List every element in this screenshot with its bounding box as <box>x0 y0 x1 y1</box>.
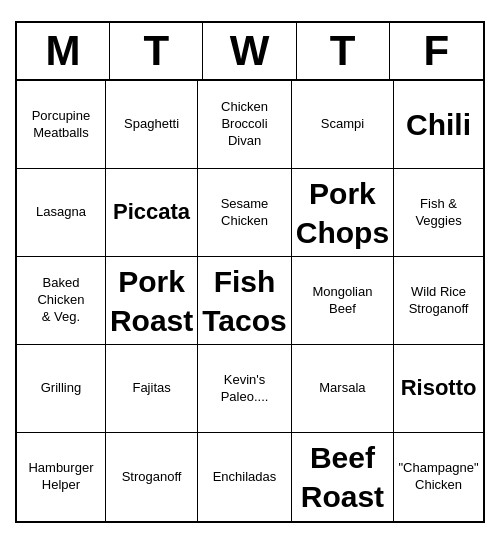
cell-text-r4-c3: BeefRoast <box>301 438 384 516</box>
cell-text-r2-c3: MongolianBeef <box>312 284 372 318</box>
header-F-4: F <box>390 23 483 79</box>
cell-text-r4-c2: Enchiladas <box>213 469 277 486</box>
header-T-1: T <box>110 23 203 79</box>
bingo-card: MTWTF PorcupineMeatballsSpaghettiChicken… <box>15 21 485 523</box>
cell-r0-c0: PorcupineMeatballs <box>17 81 106 169</box>
cell-r3-c2: Kevin'sPaleo.... <box>198 345 291 433</box>
cell-text-r1-c0: Lasagna <box>36 204 86 221</box>
cell-r0-c3: Scampi <box>292 81 394 169</box>
cell-text-r4-c1: Stroganoff <box>122 469 182 486</box>
header-W-2: W <box>203 23 296 79</box>
cell-r2-c0: BakedChicken& Veg. <box>17 257 106 345</box>
cell-text-r1-c3: PorkChops <box>296 174 389 252</box>
cell-text-r0-c2: ChickenBroccoliDivan <box>221 99 268 150</box>
cell-r4-c1: Stroganoff <box>106 433 198 521</box>
cell-text-r2-c4: Wild RiceStroganoff <box>409 284 469 318</box>
cell-text-r3-c4: Risotto <box>401 374 477 403</box>
cell-r1-c4: Fish &Veggies <box>394 169 483 257</box>
grid: PorcupineMeatballsSpaghettiChickenBrocco… <box>17 81 483 521</box>
header-M-0: M <box>17 23 110 79</box>
cell-text-r0-c1: Spaghetti <box>124 116 179 133</box>
cell-text-r0-c3: Scampi <box>321 116 364 133</box>
cell-r3-c3: Marsala <box>292 345 394 433</box>
cell-r2-c2: FishTacos <box>198 257 291 345</box>
cell-r4-c2: Enchiladas <box>198 433 291 521</box>
cell-text-r3-c2: Kevin'sPaleo.... <box>221 372 269 406</box>
cell-r4-c0: HamburgerHelper <box>17 433 106 521</box>
header-row: MTWTF <box>17 23 483 81</box>
cell-r3-c0: Grilling <box>17 345 106 433</box>
cell-text-r4-c0: HamburgerHelper <box>28 460 93 494</box>
cell-r3-c4: Risotto <box>394 345 483 433</box>
cell-r2-c1: PorkRoast <box>106 257 198 345</box>
cell-text-r2-c2: FishTacos <box>202 262 286 340</box>
cell-r1-c1: Piccata <box>106 169 198 257</box>
cell-text-r1-c4: Fish &Veggies <box>415 196 461 230</box>
cell-text-r0-c0: PorcupineMeatballs <box>32 108 91 142</box>
cell-r2-c3: MongolianBeef <box>292 257 394 345</box>
cell-r1-c3: PorkChops <box>292 169 394 257</box>
cell-text-r0-c4: Chili <box>406 105 471 144</box>
cell-r1-c2: SesameChicken <box>198 169 291 257</box>
cell-text-r1-c1: Piccata <box>113 198 190 227</box>
cell-text-r1-c2: SesameChicken <box>221 196 269 230</box>
header-T-3: T <box>297 23 390 79</box>
cell-r2-c4: Wild RiceStroganoff <box>394 257 483 345</box>
cell-r3-c1: Fajitas <box>106 345 198 433</box>
cell-r1-c0: Lasagna <box>17 169 106 257</box>
cell-r0-c2: ChickenBroccoliDivan <box>198 81 291 169</box>
cell-r0-c1: Spaghetti <box>106 81 198 169</box>
cell-r4-c4: "Champagne"Chicken <box>394 433 483 521</box>
cell-text-r3-c3: Marsala <box>319 380 365 397</box>
cell-text-r2-c1: PorkRoast <box>110 262 193 340</box>
cell-r4-c3: BeefRoast <box>292 433 394 521</box>
cell-text-r4-c4: "Champagne"Chicken <box>399 460 479 494</box>
cell-text-r3-c0: Grilling <box>41 380 81 397</box>
cell-r0-c4: Chili <box>394 81 483 169</box>
cell-text-r3-c1: Fajitas <box>132 380 170 397</box>
cell-text-r2-c0: BakedChicken& Veg. <box>37 275 84 326</box>
